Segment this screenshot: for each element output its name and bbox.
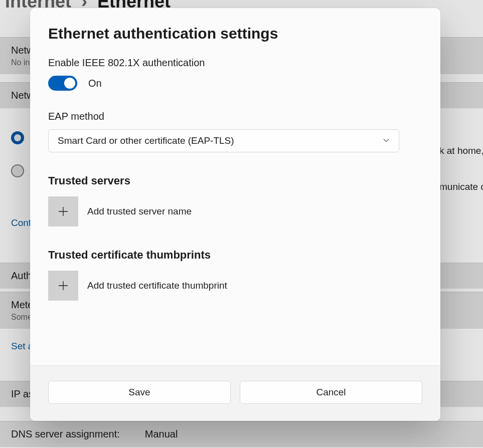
chevron-down-icon [383,135,390,146]
eap-method-select[interactable]: Smart Card or other certificate (EAP-TLS… [48,129,399,152]
dialog-title: Ethernet authentication settings [48,25,422,42]
trusted-thumbprints-header: Trusted certificate thumbprints [48,249,422,262]
dialog-footer: Save Cancel [30,365,440,421]
plus-icon [58,206,69,217]
ethernet-auth-dialog: Ethernet authentication settings Enable … [30,8,440,421]
add-trusted-server-label: Add trusted server name [87,206,192,217]
add-thumbprint-button[interactable] [48,271,78,301]
eap-method-value: Smart Card or other certificate (EAP-TLS… [58,135,234,146]
save-button[interactable]: Save [48,381,231,404]
cancel-button[interactable]: Cancel [240,381,422,404]
add-thumbprint-label: Add trusted certificate thumbprint [87,280,227,291]
add-trusted-server-button[interactable] [48,196,78,227]
plus-icon [58,280,69,291]
enable-8021x-toggle[interactable] [48,76,77,91]
toggle-knob [64,78,75,89]
enable-8021x-label: Enable IEEE 802.1X authentication [48,57,422,69]
toggle-state-text: On [88,78,102,89]
trusted-servers-header: Trusted servers [48,174,422,187]
eap-method-label: EAP method [48,111,422,122]
